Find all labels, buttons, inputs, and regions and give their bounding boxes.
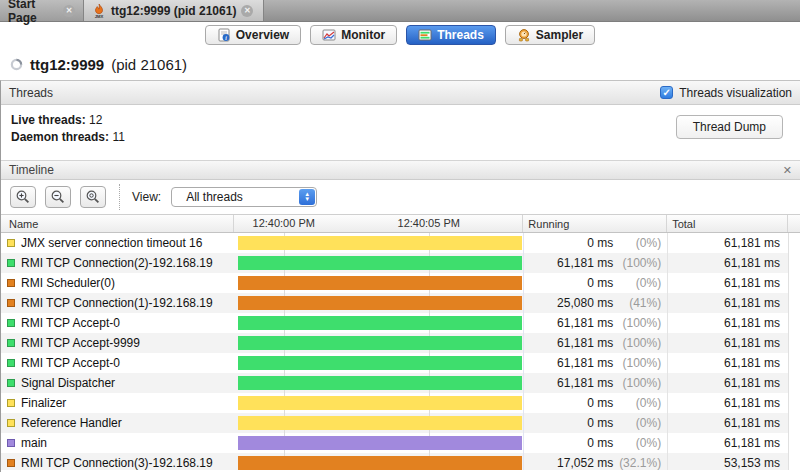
thread-row[interactable]: Reference Handler 0 ms (0%) 61,181 ms [1,413,800,433]
zoom-in-button[interactable] [10,186,36,208]
thread-timeline-cell[interactable] [234,253,524,273]
row-gutter [788,313,800,333]
thread-name-cell[interactable]: RMI TCP Connection(3)-192.168.19 [1,453,234,470]
tab-sampler[interactable]: Sampler [505,25,595,45]
running-percent: (100%) [613,356,661,370]
monitor-icon [322,28,336,42]
running-ms: 61,181 ms [557,256,613,270]
running-ms: 61,181 ms [557,336,613,350]
thread-name-cell[interactable]: main [1,433,234,453]
thread-row[interactable]: main 0 ms (0%) 61,181 ms [1,433,800,453]
thread-timeline-cell[interactable] [234,313,524,333]
thread-name-cell[interactable]: RMI TCP Connection(1)-192.168.19 [1,293,234,313]
time-tick-label: 12:40:00 PM [253,217,315,229]
threads-icon [418,28,432,42]
thread-timeline-cell[interactable] [234,413,524,433]
section-title: Threads [9,86,53,100]
checkbox-checked-icon[interactable]: ✓ [660,86,673,99]
thread-timeline-cell[interactable] [234,433,524,453]
page-subtitle: (pid 21061) [111,56,187,73]
threads-visualization-toggle[interactable]: ✓ Threads visualization [660,86,792,100]
close-icon[interactable]: ✕ [783,164,792,177]
thread-row[interactable]: RMI Scheduler(0) 0 ms (0%) 61,181 ms [1,273,800,293]
thread-name-cell[interactable]: Reference Handler [1,413,234,433]
thread-row[interactable]: Finalizer 0 ms (0%) 61,181 ms [1,393,800,413]
tab-threads[interactable]: Threads [406,25,496,45]
total-ms: 61,181 ms [724,316,780,330]
running-ms: 61,181 ms [557,356,613,370]
tab-overview[interactable]: i Overview [205,25,301,45]
thread-timeline-cell[interactable] [234,333,524,353]
thread-row[interactable]: JMX server connection timeout 16 0 ms (0… [1,233,800,253]
column-header-running[interactable]: Running [523,215,667,232]
thread-row[interactable]: Signal Dispatcher 61,181 ms (100%) 61,18… [1,373,800,393]
total-ms: 61,181 ms [724,236,780,250]
thread-dump-button[interactable]: Thread Dump [676,115,783,139]
thread-name: RMI TCP Connection(3)-192.168.19 [21,456,213,470]
thread-timeline-cell[interactable] [234,373,524,393]
thread-state-swatch-icon [7,359,15,367]
thread-total-cell: 61,181 ms [667,313,788,333]
thread-name-cell[interactable]: RMI Scheduler(0) [1,273,234,293]
threads-section-header: Threads ✓ Threads visualization [1,81,800,105]
thread-total-cell: 61,181 ms [667,433,788,453]
zoom-out-button[interactable] [45,186,71,208]
running-percent: (41%) [613,296,661,310]
column-header-timeline[interactable]: 12:40:00 PM 12:40:05 PM [234,215,524,232]
thread-name: main [21,436,47,450]
tab-start-page[interactable]: Start Page ✕ [0,0,84,21]
thread-timeline-cell[interactable] [234,393,524,413]
thread-name-cell[interactable]: RMI TCP Connection(2)-192.168.19 [1,253,234,273]
column-header-name[interactable]: Name [1,215,234,232]
thread-row[interactable]: RMI TCP Connection(2)-192.168.19 61,181 … [1,253,800,273]
thread-name-cell[interactable]: RMI TCP Accept-0 [1,353,234,373]
thread-rows: JMX server connection timeout 16 0 ms (0… [1,233,800,470]
overview-icon: i [217,28,231,42]
thread-timeline-cell[interactable] [234,453,524,470]
thread-name-cell[interactable]: JMX server connection timeout 16 [1,233,234,253]
thread-name: JMX server connection timeout 16 [21,236,202,250]
column-header-total[interactable]: Total [667,215,788,232]
thread-name-cell[interactable]: RMI TCP Accept-0 [1,313,234,333]
thread-state-bar [238,436,523,450]
close-icon[interactable]: ✕ [63,5,75,17]
thread-timeline-cell[interactable] [234,233,524,253]
thread-name-cell[interactable]: Signal Dispatcher [1,373,234,393]
running-ms: 61,181 ms [557,316,613,330]
thread-name-cell[interactable]: RMI TCP Accept-9999 [1,333,234,353]
thread-state-bar [238,316,523,330]
thread-running-cell: 0 ms (0%) [523,233,667,253]
thread-row[interactable]: RMI TCP Connection(1)-192.168.19 25,080 … [1,293,800,313]
thread-name-cell[interactable]: Finalizer [1,393,234,413]
fit-width-button[interactable] [80,186,106,208]
thread-row[interactable]: RMI TCP Accept-9999 61,181 ms (100%) 61,… [1,333,800,353]
running-percent: (100%) [613,316,661,330]
thread-running-cell: 61,181 ms (100%) [523,253,667,273]
thread-timeline-cell[interactable] [234,353,524,373]
thread-state-swatch-icon [7,419,15,427]
tab-jmx-application[interactable]: JMX ttg12:9999 (pid 21061) ✕ [84,0,264,21]
thread-total-cell: 61,181 ms [667,373,788,393]
running-ms: 61,181 ms [557,376,613,390]
running-ms: 25,080 ms [557,296,613,310]
page-title: ttg12:9999 [30,56,104,73]
jmx-flame-icon: JMX [92,4,106,18]
thread-timeline-cell[interactable] [234,273,524,293]
row-gutter [788,353,800,373]
thread-row[interactable]: RMI TCP Accept-0 61,181 ms (100%) 61,181… [1,353,800,373]
thread-name: RMI TCP Accept-0 [21,316,120,330]
running-ms: 0 ms [587,436,613,450]
svg-text:JMX: JMX [95,13,104,17]
thread-name: RMI TCP Accept-0 [21,356,120,370]
thread-state-swatch-icon [7,279,15,287]
thread-row[interactable]: RMI TCP Accept-0 61,181 ms (100%) 61,181… [1,313,800,333]
running-percent: (0%) [613,436,661,450]
thread-state-bar [238,396,523,410]
dropdown-stepper-icon[interactable]: ▲▼ [299,189,315,205]
thread-row[interactable]: RMI TCP Connection(3)-192.168.19 17,052 … [1,453,800,470]
thread-timeline-cell[interactable] [234,293,524,313]
close-icon[interactable]: ✕ [241,5,253,17]
tab-monitor[interactable]: Monitor [310,25,397,45]
thread-view-select[interactable]: All threads ▲▼ [171,187,317,207]
thread-total-cell: 61,181 ms [667,333,788,353]
